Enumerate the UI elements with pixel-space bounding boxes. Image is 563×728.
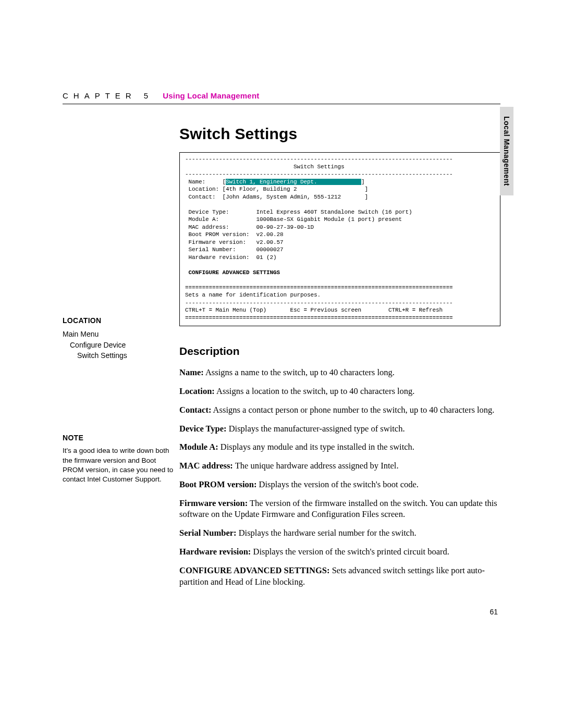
t-eq1: ========================================…: [185, 285, 453, 291]
desc-item: Name: Assigns a name to the switch, up t…: [179, 367, 500, 378]
t-serial: Serial Number: 00000027: [185, 246, 284, 253]
page-number: 61: [489, 608, 498, 616]
t-help: Sets a name for identification purposes.: [185, 292, 321, 298]
desc-item: Serial Number: Displays the hardware ser…: [179, 527, 500, 539]
location-heading: LOCATION: [63, 315, 176, 326]
t-dash3: ----------------------------------------…: [185, 300, 453, 306]
t-eq2: ========================================…: [185, 315, 453, 321]
main-column: Switch Settings ------------------------…: [176, 125, 500, 595]
desc-item: Contact: Assigns a contact person or pho…: [179, 404, 500, 416]
breadcrumb-level-1: Main Menu: [63, 329, 176, 339]
note-heading: NOTE: [63, 433, 176, 443]
t-contact: Contact: [John Adams, System Admin, 555-…: [185, 194, 368, 200]
side-tab: Local Management: [500, 107, 513, 195]
t-name-close: ]: [361, 179, 365, 185]
t-name-value: Switch 1, Engineering Dept.: [226, 179, 361, 185]
t-conf-adv: CONFIGURE ADVANCED SETTINGS: [185, 269, 280, 276]
note-block: NOTE It's a good idea to write down both…: [63, 433, 176, 484]
t-device-type: Device Type: Intel Express 460T Standalo…: [185, 209, 412, 215]
t-boot: Boot PROM version: v2.00.28: [185, 231, 284, 238]
page-title: Switch Settings: [179, 125, 500, 143]
chapter-title: Using Local Management: [163, 91, 259, 100]
t-dash: ----------------------------------------…: [185, 156, 453, 162]
note-text: It's a good idea to write down both the …: [63, 446, 176, 484]
desc-item: Boot PROM version: Displays the version …: [179, 479, 500, 490]
t-module-a: Module A: 1000Base-SX Gigabit Module (1 …: [185, 216, 402, 223]
desc-item: Firmware version: The version of the fir…: [179, 498, 500, 521]
t-hw: Hardware revision: 01 (2): [185, 254, 277, 261]
desc-item: Location: Assigns a location to the swit…: [179, 386, 500, 397]
t-fw: Firmware version: v2.00.57: [185, 239, 284, 245]
desc-item: Device Type: Displays the manufacturer-a…: [179, 423, 500, 435]
description-heading: Description: [179, 345, 500, 357]
t-mac: MAC address: 00-90-27-39-00-1D: [185, 224, 314, 230]
sidebar: LOCATION Main Menu Configure Device Swit…: [63, 125, 176, 595]
breadcrumb-level-3: Switch Settings: [63, 350, 176, 361]
breadcrumb-level-2: Configure Device: [63, 340, 176, 350]
t-name-label: Name: [: [185, 179, 226, 185]
desc-item: MAC address: The unique hardware address…: [179, 460, 500, 472]
desc-item: Module A: Displays any module and its ty…: [179, 441, 500, 453]
chapter-label: CHAPTER 5: [63, 91, 153, 100]
description-list: Name: Assigns a name to the switch, up t…: [179, 367, 500, 587]
page: CHAPTER 5 Using Local Management Local M…: [0, 0, 563, 728]
t-footer: CTRL+T = Main Menu (Top) Esc = Previous …: [185, 307, 443, 313]
t-dash2: ----------------------------------------…: [185, 171, 453, 177]
side-tab-label: Local Management: [503, 116, 511, 186]
t-title: Switch Settings: [185, 164, 345, 170]
page-header: CHAPTER 5 Using Local Management: [63, 91, 500, 104]
desc-item: Hardware revision: Displays the version …: [179, 546, 500, 558]
terminal-screenshot: ----------------------------------------…: [179, 152, 500, 326]
desc-item: CONFIGURE ADVANCED SETTINGS: Sets advanc…: [179, 565, 500, 588]
t-location: Location: [4th Floor, Building 2 ]: [185, 186, 368, 192]
